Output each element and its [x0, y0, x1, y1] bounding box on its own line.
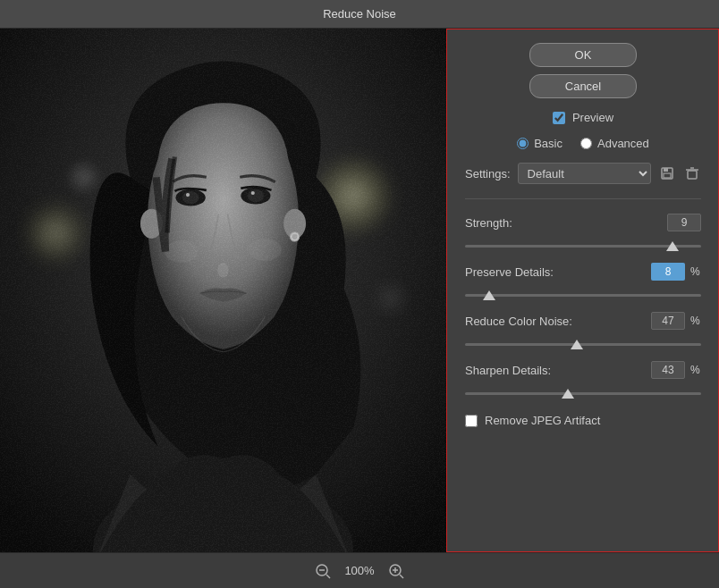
- zoom-level: 100%: [344, 564, 374, 577]
- cancel-button[interactable]: Cancel: [529, 74, 637, 98]
- settings-row: Settings: Default Custom: [465, 163, 701, 184]
- strength-slider[interactable]: [465, 245, 701, 248]
- advanced-label: Advanced: [597, 137, 649, 150]
- mode-row: Basic Advanced: [465, 137, 701, 150]
- strength-group: Strength:: [465, 214, 701, 250]
- preview-row: Preview: [465, 111, 701, 124]
- settings-label: Settings:: [465, 167, 511, 181]
- main-content: OK Cancel Preview Basic Advanced Setting…: [0, 29, 719, 552]
- preview-area[interactable]: [0, 29, 446, 552]
- divider-1: [465, 198, 701, 199]
- zoom-in-button[interactable]: [385, 560, 407, 582]
- reduce-color-noise-slider-container: [465, 335, 701, 349]
- preserve-details-value[interactable]: [651, 263, 685, 281]
- basic-radio[interactable]: [517, 138, 529, 149]
- zoom-out-button[interactable]: [312, 560, 334, 582]
- reduce-color-noise-slider[interactable]: [465, 343, 701, 346]
- preserve-details-label: Preserve Details:: [465, 265, 554, 279]
- reduce-color-noise-label: Reduce Color Noise:: [465, 315, 572, 328]
- right-panel: OK Cancel Preview Basic Advanced Setting…: [446, 29, 719, 552]
- settings-delete-button[interactable]: [683, 164, 701, 182]
- strength-label: Strength:: [465, 216, 512, 230]
- preview-label: Preview: [572, 111, 613, 124]
- preserve-details-slider-container: [465, 286, 701, 299]
- advanced-radio[interactable]: [580, 138, 592, 149]
- sharpen-details-value[interactable]: [651, 361, 685, 379]
- jpeg-artifact-label: Remove JPEG Artifact: [485, 414, 600, 427]
- preview-checkbox[interactable]: [553, 112, 565, 124]
- button-row: OK Cancel: [465, 43, 701, 98]
- bottom-bar: 100%: [0, 552, 719, 588]
- sharpen-details-label: Sharpen Details:: [465, 364, 551, 377]
- ok-button[interactable]: OK: [529, 43, 637, 67]
- settings-select[interactable]: Default Custom: [518, 163, 651, 184]
- reduce-color-noise-header: Reduce Color Noise: %: [465, 312, 701, 330]
- svg-rect-24: [688, 171, 697, 179]
- basic-radio-option[interactable]: Basic: [517, 137, 563, 150]
- settings-save-button[interactable]: [658, 164, 676, 182]
- preview-image: [0, 29, 446, 552]
- preserve-details-slider[interactable]: [465, 294, 701, 297]
- sharpen-details-slider-container: [465, 384, 701, 398]
- preserve-details-group: Preserve Details: %: [465, 263, 701, 299]
- strength-header: Strength:: [465, 214, 701, 231]
- reduce-color-noise-value[interactable]: [651, 312, 685, 330]
- preserve-details-header: Preserve Details: %: [465, 263, 701, 281]
- jpeg-artifact-row: Remove JPEG Artifact: [465, 414, 701, 427]
- svg-line-29: [326, 575, 330, 578]
- sharpen-details-header: Sharpen Details: %: [465, 361, 701, 379]
- zoom-in-icon: [388, 563, 404, 579]
- zoom-out-icon: [315, 563, 331, 579]
- strength-slider-container: [465, 237, 701, 250]
- svg-rect-20: [0, 29, 446, 552]
- reduce-color-noise-unit: %: [690, 315, 701, 327]
- dialog-title: Reduce Noise: [323, 7, 396, 21]
- basic-label: Basic: [534, 137, 563, 150]
- title-bar: Reduce Noise: [0, 0, 719, 29]
- svg-line-33: [400, 575, 403, 578]
- advanced-radio-option[interactable]: Advanced: [580, 137, 649, 150]
- svg-rect-23: [664, 173, 671, 178]
- strength-value[interactable]: [667, 214, 701, 231]
- svg-rect-22: [664, 168, 668, 172]
- sharpen-details-slider[interactable]: [465, 392, 701, 395]
- reduce-color-noise-group: Reduce Color Noise: %: [465, 312, 701, 349]
- preserve-details-unit: %: [690, 265, 701, 278]
- sharpen-details-unit: %: [690, 364, 701, 376]
- sharpen-details-group: Sharpen Details: %: [465, 361, 701, 398]
- jpeg-artifact-checkbox[interactable]: [465, 415, 478, 427]
